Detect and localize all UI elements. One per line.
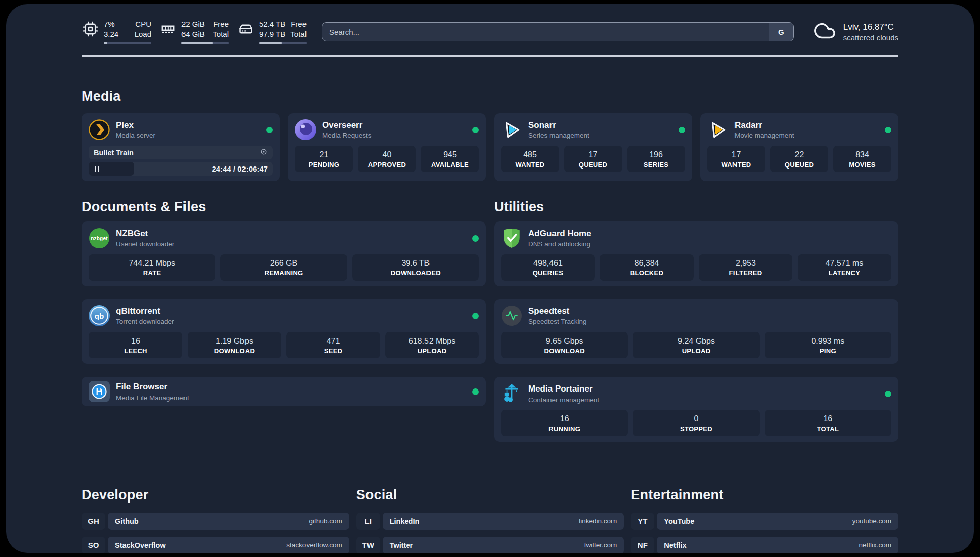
bookmark-abbr: NF [631,537,654,553]
bookmark-link-netflix[interactable]: NF Netflixnetflix.com [631,537,898,553]
hard-drive-icon [237,21,254,38]
status-dot-online [472,388,479,395]
bookmark-name: StackOverflow [115,541,166,549]
app-subtitle: Usenet downloader [116,240,174,248]
disk-progress-bar [259,42,307,44]
stat-box: 2,953FILTERED [699,254,792,281]
status-dot-online [472,313,479,319]
app-card-nzbget[interactable]: nzbget NZBGet Usenet downloader 744.21 M… [82,221,486,286]
cpu-label: CPU [135,19,151,29]
bookmark-group-social: Social LI LinkedInlinkedin.com TW Twitte… [356,486,624,553]
stat-box: 834MOVIES [833,146,891,172]
bookmark-url: linkedin.com [579,517,617,525]
speedtest-icon [501,305,522,326]
app-card-adguard[interactable]: AdGuard Home DNS and adblocking 498,461Q… [494,221,898,286]
app-card-portainer[interactable]: Media Portainer Container management 16R… [494,377,898,441]
session-settings-icon[interactable] [260,148,268,158]
app-subtitle: Media File Management [116,394,189,402]
stat-box: 47.571 msLATENCY [798,254,891,281]
app-subtitle: Media Requests [322,132,372,139]
section-heading-media: Media [82,88,898,105]
cpu-progress-bar [104,42,151,44]
app-card-plex[interactable]: Plex Media server Bullet Train [82,113,280,181]
stat-box: 9.65 GbpsDOWNLOAD [501,332,628,358]
status-dot-online [266,127,273,133]
header-divider [82,55,898,57]
stat-box: 40APPROVED [358,146,416,172]
app-card-qbittorrent[interactable]: qb qBittorrent Torrent downloader 16LEEC… [82,299,486,364]
search-bar: G [322,22,794,41]
memory-free-value: 22 GiB [181,19,205,29]
pause-icon [95,166,96,172]
bookmark-link-youtube[interactable]: YT YouTubeyoutube.com [631,513,898,530]
app-card-sonarr[interactable]: Sonarr Series management 485WANTED 17QUE… [494,113,692,181]
stat-box: 16RUNNING [501,410,628,436]
bookmark-url: netflix.com [859,541,891,549]
pause-button[interactable] [89,162,134,176]
svg-text:qb: qb [95,312,104,320]
cpu-stat: 7% 3.24 CPU Load [82,19,151,44]
app-title: Sonarr [528,120,589,130]
bookmark-abbr: YT [631,513,654,530]
bookmark-abbr: TW [356,537,380,553]
memory-total-label: Total [213,29,229,39]
app-subtitle: Container management [528,396,599,404]
app-subtitle: DNS and adblocking [528,240,591,248]
bookmark-name: Github [115,517,139,525]
app-subtitle: Speedtest Tracking [528,318,587,325]
bookmark-url: youtube.com [852,517,891,525]
disk-free-value: 52.4 TB [259,19,285,29]
app-card-filebrowser[interactable]: File Browser Media File Management [82,377,486,406]
app-title: Radarr [734,120,794,130]
app-card-overseerr[interactable]: Overseerr Media Requests 21PENDING 40APP… [288,113,486,181]
filebrowser-icon [89,381,110,402]
cpu-icon [82,21,99,38]
bookmark-link-stackoverflow[interactable]: SO StackOverflowstackoverflow.com [82,537,349,553]
stat-box: 39.6 TBDOWNLOADED [352,254,479,281]
app-card-speedtest[interactable]: Speedtest Speedtest Tracking 9.65 GbpsDO… [494,299,898,364]
weather-condition: scattered clouds [843,33,898,42]
stat-box: 945AVAILABLE [421,146,479,172]
portainer-icon [501,383,522,404]
bookmark-link-linkedin[interactable]: LI LinkedInlinkedin.com [356,513,624,530]
stat-box: 17WANTED [707,146,765,172]
disk-stat: 52.4 TB 97.9 TB Free Total [237,19,307,44]
dashboard-screen: 7% 3.24 CPU Load 22 GiB [0,0,980,557]
stat-box: 471SEED [286,332,380,358]
memory-progress-bar [181,42,229,44]
stat-box: 22QUEUED [770,146,828,172]
overseerr-icon [295,119,316,140]
search-engine-button[interactable]: G [769,23,793,41]
app-title: Media Portainer [528,384,599,394]
stat-box: 21PENDING [295,146,353,172]
memory-stat: 22 GiB 64 GiB Free Total [159,19,229,44]
stat-box: 618.52 MbpsUPLOAD [385,332,479,358]
app-title: qBittorrent [116,306,174,316]
stat-box: 86,384BLOCKED [600,254,694,281]
memory-free-label: Free [213,19,229,29]
section-heading-developer: Developer [82,486,349,504]
app-title: NZBGet [116,229,174,239]
bookmark-link-github[interactable]: GH Githubgithub.com [82,513,349,530]
app-title: Speedtest [528,306,587,316]
bookmark-name: Twitter [390,541,413,549]
bookmark-url: github.com [309,517,342,525]
bookmark-abbr: LI [356,513,380,530]
cloud-icon [813,19,836,44]
section-media: Media Plex Media server Bullet Train [82,88,898,181]
app-subtitle: Torrent downloader [116,318,174,325]
bookmark-link-twitter[interactable]: TW Twittertwitter.com [356,537,624,553]
search-input[interactable] [322,23,769,41]
bookmark-name: Netflix [664,541,686,549]
playback-row: 24:44 / 02:06:47 [89,162,273,176]
stat-box: 498,461QUERIES [501,254,595,281]
app-title: AdGuard Home [528,229,591,239]
app-card-radarr[interactable]: Radarr Movie management 17WANTED 22QUEUE… [700,113,898,181]
status-dot-online [679,127,685,133]
disk-total-label: Total [290,29,307,39]
bookmark-group-entertainment: Entertainment YT YouTubeyoutube.com NF N… [631,486,898,553]
stat-box: 16LEECH [89,332,182,358]
stat-box: 485WANTED [501,146,559,172]
dashboard-panel: 7% 3.24 CPU Load 22 GiB [6,4,974,553]
bookmark-url: twitter.com [584,541,617,549]
